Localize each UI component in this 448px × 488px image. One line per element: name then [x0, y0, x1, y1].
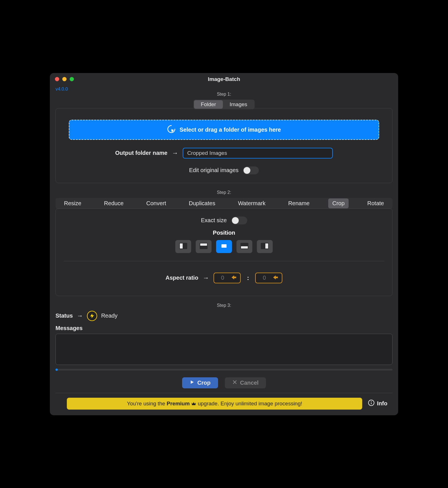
info-label: Info	[377, 400, 387, 407]
position-top-button[interactable]	[196, 240, 212, 253]
status-row: Status → Ready	[56, 311, 392, 321]
tab-reduce[interactable]: Reduce	[100, 198, 127, 208]
output-folder-label: Output folder name	[115, 150, 167, 156]
svg-rect-4	[200, 243, 207, 246]
tab-resize[interactable]: Resize	[60, 198, 85, 208]
folder-drop-zone[interactable]: Select or drag a folder of images here	[69, 120, 379, 140]
exact-size-toggle[interactable]	[231, 217, 247, 224]
output-folder-input[interactable]	[183, 148, 333, 159]
messages-label: Messages	[56, 325, 392, 331]
position-buttons	[64, 240, 384, 253]
premium-banner: You're using the Premium upgrade. Enjoy …	[67, 398, 362, 410]
align-center-icon	[220, 243, 228, 250]
aspect-separator: :	[247, 274, 249, 282]
crown-icon	[191, 401, 198, 406]
svg-rect-8	[241, 246, 248, 249]
step-3-label: Step 3:	[50, 303, 398, 308]
lightning-icon	[87, 311, 97, 321]
arrow-right-icon: →	[203, 274, 209, 282]
banner-post: upgrade. Enjoy unlimited image processin…	[198, 401, 302, 406]
app-window: Image-Batch v4.0.0 Step 1: Folder Images…	[50, 73, 398, 415]
arrow-left-fill-icon[interactable]	[231, 274, 237, 282]
info-icon	[368, 399, 375, 408]
cancel-button-label: Cancel	[240, 380, 259, 386]
drop-zone-label: Select or drag a folder of images here	[180, 127, 281, 133]
action-row: Crop Cancel	[50, 377, 398, 388]
align-right-icon	[261, 243, 269, 250]
source-tab-images[interactable]: Images	[223, 100, 254, 109]
svg-rect-6	[221, 244, 227, 248]
align-left-icon	[179, 243, 187, 250]
step-1-label: Step 1:	[50, 92, 398, 97]
toggle-knob	[232, 217, 239, 224]
info-button[interactable]: Info	[368, 399, 387, 408]
align-bottom-icon	[240, 243, 248, 250]
progress-bar	[56, 369, 392, 371]
cancel-button[interactable]: Cancel	[225, 377, 266, 388]
progress-indicator	[56, 369, 58, 371]
titlebar: Image-Batch	[50, 73, 398, 85]
banner-bold: Premium	[167, 401, 190, 406]
zoom-window-button[interactable]	[70, 77, 74, 81]
position-left-button[interactable]	[175, 240, 191, 253]
banner-pre: You're using the	[127, 401, 167, 406]
tab-convert[interactable]: Convert	[142, 198, 170, 208]
position-right-button[interactable]	[257, 240, 273, 253]
status-label: Status	[56, 313, 73, 319]
close-icon	[232, 380, 237, 386]
arrow-left-fill-icon[interactable]	[272, 274, 278, 282]
svg-point-13	[371, 401, 372, 402]
cursor-click-icon	[167, 125, 176, 135]
output-folder-row: Output folder name →	[69, 148, 379, 159]
svg-rect-2	[180, 243, 183, 249]
crop-button[interactable]: Crop	[182, 377, 218, 388]
aspect-ratio-row: Aspect ratio → :	[64, 273, 384, 283]
source-tab-folder[interactable]: Folder	[194, 100, 223, 109]
close-window-button[interactable]	[55, 77, 59, 81]
position-label: Position	[64, 230, 384, 236]
tab-rename[interactable]: Rename	[284, 198, 314, 208]
toggle-knob	[244, 167, 250, 174]
aspect-height-input[interactable]	[259, 275, 269, 281]
crop-button-label: Crop	[197, 380, 211, 386]
messages-box[interactable]	[56, 334, 392, 365]
divider	[64, 261, 384, 261]
source-segmented: Folder Images	[50, 100, 398, 109]
window-title: Image-Batch	[50, 76, 398, 82]
step-2-label: Step 2:	[50, 190, 398, 195]
minimize-window-button[interactable]	[62, 77, 67, 81]
edit-original-label: Edit original images	[189, 167, 239, 174]
edit-original-toggle[interactable]	[243, 166, 259, 174]
aspect-width-box	[214, 273, 241, 283]
play-icon	[189, 380, 195, 386]
step-2-panel: Exact size Position	[56, 208, 392, 296]
svg-rect-10	[265, 243, 268, 249]
tab-watermark[interactable]: Watermark	[234, 198, 269, 208]
aspect-width-input[interactable]	[217, 275, 228, 281]
exact-size-row: Exact size	[64, 217, 384, 224]
footer: You're using the Premium upgrade. Enjoy …	[56, 393, 392, 410]
position-bottom-button[interactable]	[236, 240, 252, 253]
aspect-ratio-label: Aspect ratio	[166, 275, 199, 281]
position-center-button[interactable]	[216, 240, 232, 253]
tab-rotate[interactable]: Rotate	[363, 198, 388, 208]
edit-original-row: Edit original images	[69, 166, 379, 174]
exact-size-label: Exact size	[201, 217, 227, 224]
traffic-lights	[55, 77, 74, 81]
tab-crop[interactable]: Crop	[328, 198, 348, 208]
operation-tabs: Resize Reduce Convert Duplicates Waterma…	[56, 198, 392, 209]
align-top-icon	[200, 243, 208, 250]
arrow-right-icon: →	[77, 312, 83, 320]
tab-duplicates[interactable]: Duplicates	[185, 198, 219, 208]
step-1-panel: Select or drag a folder of images here O…	[56, 108, 392, 183]
status-value: Ready	[101, 313, 118, 319]
arrow-right-icon: →	[172, 149, 178, 157]
aspect-height-box	[255, 273, 282, 283]
